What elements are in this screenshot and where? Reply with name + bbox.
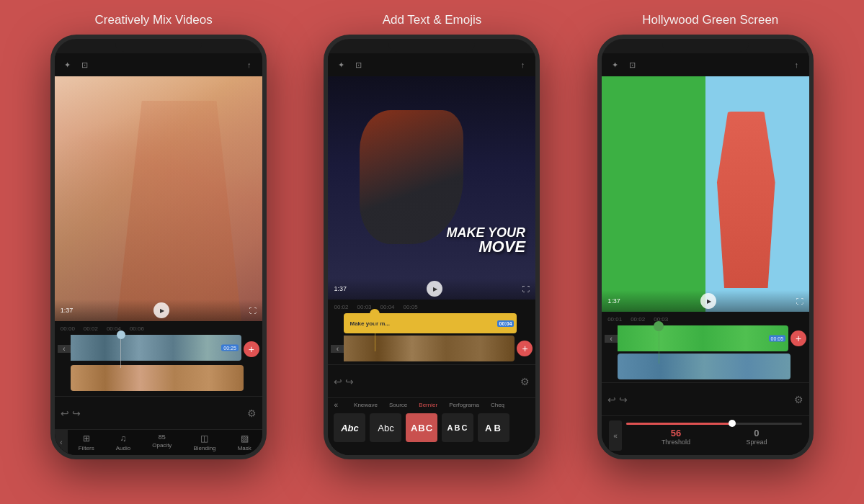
track-row-2 [58,365,259,393]
gs-slider-area: 56 Threshold 0 Spread [626,420,802,451]
camera-icon[interactable]: ⊡ [79,59,91,71]
tick-3: 00:06 [130,325,144,332]
font-cheq[interactable]: Cheq [491,402,504,408]
video-time-3: 1:37 [607,297,620,305]
redo-icon-2[interactable]: ↪ [345,376,354,387]
undo-icon-2[interactable]: ↩ [334,376,342,387]
font-perfograma[interactable]: Perfograma [449,402,479,408]
add-track-3[interactable]: + [790,330,806,346]
timeline-pin-1[interactable] [117,330,125,368]
play-button-3[interactable] [700,293,716,309]
play-button-1[interactable] [153,302,169,318]
font-sample-1[interactable]: Abc [370,413,401,442]
track-2[interactable] [71,365,244,391]
add-track-1[interactable]: + [244,341,259,357]
blending-icon: ◫ [200,433,208,444]
settings-icon-3[interactable]: ⚙ [794,394,803,405]
phone-3-right-icons: ↑ [790,59,802,71]
font-sample-3[interactable]: ABC [442,413,473,442]
timeline-pin-3[interactable] [654,321,664,364]
video-controls-2: 1:37 ⛶ [328,278,535,300]
gs-sidebar-arrow[interactable]: « [609,420,622,451]
toolbar-items-1: ⊞ Filters ♫ Audio 85 Opacity ◫ Blending [68,430,262,455]
font-sample-4-text: AB [485,423,503,433]
camera-icon-3[interactable]: ⊡ [626,59,638,71]
video-track-row-2: ‹ + [331,336,533,361]
undo-icon-3[interactable]: ↩ [607,394,616,405]
font-labels-row: « Knewave Source Bernier Perfograma Cheq [328,398,535,412]
green-track-bar[interactable]: 00:05 [618,325,788,351]
font-samples-row: Abc Abc ABC ABC AB [328,412,535,444]
expand-icon-1[interactable]: ⛶ [249,307,257,315]
toolbar-audio[interactable]: ♫ Audio [116,433,130,451]
pin-line-2 [375,319,375,351]
settings-icon-2[interactable]: ⚙ [520,376,530,387]
phone-1-topbar: ✦ ⊡ ↑ [55,53,262,76]
opacity-label: Opacity [152,442,172,449]
share-icon-2[interactable]: ↑ [517,59,528,71]
toolbar-opacity[interactable]: 85 Opacity [152,433,172,451]
timeline-ruler-2: 00:02 00:03 00:04 00:05 [328,302,535,312]
font-sample-0[interactable]: Abc [334,413,365,442]
font-selector: « Knewave Source Bernier Perfograma Cheq… [328,397,535,455]
timeline-area-2: 00:02 00:03 00:04 00:05 Make y [328,300,535,364]
track-1[interactable]: 00:25 [71,335,241,361]
font-sample-2-text: ABC [411,423,433,433]
timeline-pin-2[interactable] [370,309,380,351]
move-text: MOVE [446,239,525,255]
expand-icon-3[interactable]: ⛶ [796,297,803,305]
phone-1-inner: ✦ ⊡ ↑ 1:37 ⛶ [55,53,262,455]
pin-head-1 [117,330,125,339]
opacity-value: 85 [159,433,166,441]
timeline-ruler-3: 00:01 00:02 00:03 [602,315,809,324]
track-row-1: ‹ 00:25 + [58,335,259,363]
font-chevron-left[interactable]: « [334,401,338,409]
sidebar-arrow-1[interactable]: ‹ [55,430,68,455]
font-knewave[interactable]: Knewave [354,402,378,408]
track-arrow-2[interactable]: ‹ [331,345,344,353]
timeline-tracks-1: ‹ 00:25 + [55,333,262,395]
share-icon-3[interactable]: ↑ [790,59,802,71]
spread-value-item: 0 Spread [746,428,767,446]
gs-controls-inner: « 56 Threshold [609,420,802,451]
share-icon[interactable]: ↑ [244,59,255,71]
toolbar-mask[interactable]: ▨ Mask [238,433,251,451]
toolbar-blending[interactable]: ◫ Blending [193,433,215,451]
threshold-slider-track[interactable] [626,423,802,425]
play-button-2[interactable] [427,281,442,297]
phone-3-topbar: ✦ ⊡ ↑ [602,53,809,76]
magic-icon-2[interactable]: ✦ [335,59,347,71]
tick2-3: 00:05 [404,304,418,310]
blue-track-bar[interactable] [618,354,790,379]
timeline-ruler-1: 00:00 00:02 00:04 00:06 [55,324,262,333]
section-title-1: Creatively Mix Videos [16,13,291,27]
magic-icon[interactable]: ✦ [62,59,74,71]
timeline-tracks-3: ‹ 00:05 + [602,324,809,381]
filters-label: Filters [79,445,94,451]
threshold-slider-thumb[interactable] [729,420,736,427]
font-source[interactable]: Source [389,402,407,408]
expand-icon-2[interactable]: ⛶ [522,285,530,293]
toolbar-filters[interactable]: ⊞ Filters [79,433,94,451]
font-bernier[interactable]: Bernier [419,402,437,408]
track-arrow-1[interactable]: ‹ [58,345,71,353]
gs-green-bg [602,76,705,312]
undo-icon[interactable]: ↩ [61,408,69,419]
camera-icon-2[interactable]: ⊡ [352,59,364,71]
phone-mix-videos: ✦ ⊡ ↑ 1:37 ⛶ [50,35,267,459]
add-track-2[interactable]: + [517,341,533,356]
redo-icon[interactable]: ↪ [72,408,81,419]
font-sample-2-active[interactable]: ABC [406,413,437,442]
font-sample-4[interactable]: AB [478,413,509,442]
redo-icon-3[interactable]: ↪ [619,394,628,405]
blue-track-row [605,354,806,379]
track-arrow-3[interactable]: ‹ [605,335,618,343]
gs-values-row: 56 Threshold 0 Spread [626,425,802,449]
magic-icon-3[interactable]: ✦ [609,59,620,71]
settings-icon-1[interactable]: ⚙ [247,408,257,419]
action-bar-2: ↩ ↪ ⚙ [328,364,535,397]
spread-label: Spread [746,438,767,446]
phone-2-right-icons: ↑ [517,59,528,71]
threshold-value-item: 56 Threshold [662,428,690,446]
bottom-toolbar-1: ‹ ⊞ Filters ♫ Audio 85 Opacity [55,429,262,455]
